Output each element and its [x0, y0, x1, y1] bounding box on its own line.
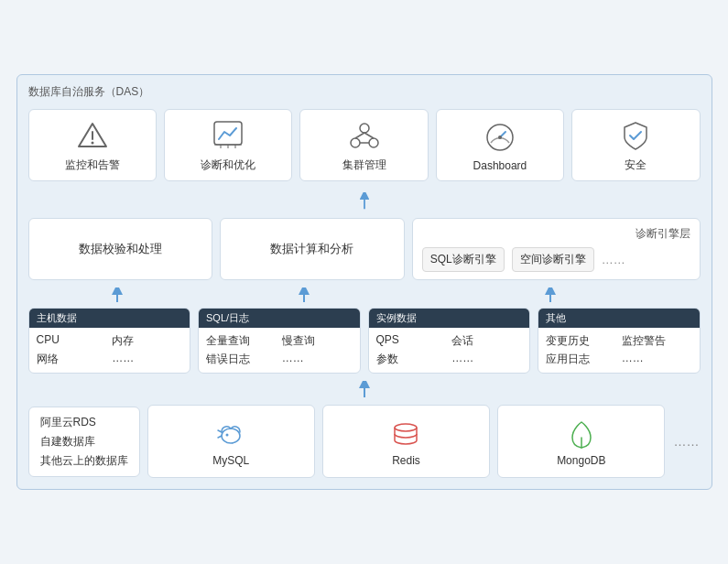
- cluster-label: 集群管理: [342, 157, 386, 173]
- svg-point-29: [395, 424, 417, 431]
- security-label: 安全: [625, 157, 647, 173]
- sql-log-card: SQL/日志 全量查询 慢查询 错误日志 ……: [198, 308, 361, 374]
- arrow-middle-to-top: [28, 192, 701, 211]
- dolphin-icon: [214, 418, 247, 450]
- arrow-col-3: [401, 287, 700, 304]
- diag-layer-box: 诊断引擎层 SQL诊断引擎 空间诊断引擎 ……: [412, 218, 701, 280]
- data-compute-box: 数据计算和分析: [220, 218, 405, 280]
- mongodb-label: MongoDB: [557, 454, 605, 467]
- data-validate-box: 数据校验和处理: [28, 218, 213, 280]
- instance-data-header: 实例数据: [369, 309, 530, 328]
- other-monitor-alert: 监控警告: [622, 333, 692, 349]
- instance-data-card: 实例数据 QPS 会话 参数 ……: [368, 308, 531, 374]
- diag-layer-title: 诊断引擎层: [422, 226, 690, 242]
- db-list-item-3: 其他云上的数据库: [40, 453, 128, 469]
- diagnose-label: 诊断和优化: [201, 157, 255, 173]
- main-container: 数据库自治服务（DAS） 监控和告警: [16, 74, 712, 490]
- data-compute-label: 数据计算和分析: [270, 241, 353, 257]
- db-mongodb-box[interactable]: MongoDB: [497, 405, 665, 478]
- svg-point-8: [360, 124, 369, 133]
- instance-session: 会话: [451, 333, 522, 349]
- diag-more-dots: ……: [602, 253, 625, 266]
- shield-icon: [619, 119, 652, 152]
- sql-error-log: 错误日志: [206, 352, 277, 367]
- service-box-security[interactable]: 安全: [571, 109, 700, 181]
- bottom-section: 阿里云RDS 自建数据库 其他云上的数据库 MySQL: [28, 405, 701, 478]
- service-box-dashboard[interactable]: Dashboard: [436, 109, 564, 181]
- data-cards-section: 主机数据 CPU 内存 网络 …… SQL/日志 全量查询 慢查询 错误日志 ……: [28, 308, 701, 374]
- spatial-engine-tag: 空间诊断引擎: [512, 247, 594, 272]
- svg-point-2: [91, 142, 93, 145]
- instance-data-body: QPS 会话 参数 ……: [369, 328, 530, 373]
- gauge-icon: [484, 121, 516, 154]
- top-services-row: 监控和告警 诊断和优化: [28, 109, 701, 181]
- db-mysql-box[interactable]: MySQL: [147, 405, 315, 478]
- svg-point-10: [369, 138, 378, 147]
- nodes-icon: [348, 119, 381, 152]
- other-more: ……: [622, 352, 692, 367]
- arrows-row: [28, 287, 701, 304]
- host-more: ……: [112, 352, 182, 367]
- diag-engines: SQL诊断引擎 空间诊断引擎 ……: [422, 247, 690, 272]
- svg-point-16: [498, 136, 502, 139]
- sql-slow-query: 慢查询: [282, 333, 353, 349]
- redis-label: Redis: [392, 454, 420, 467]
- db-list-item-2: 自建数据库: [40, 434, 128, 450]
- svg-line-11: [355, 133, 364, 138]
- other-app-log: 应用日志: [546, 352, 616, 367]
- sql-log-body: 全量查询 慢查询 错误日志 ……: [199, 328, 360, 373]
- instance-more: ……: [451, 352, 522, 367]
- db-list-box: 阿里云RDS 自建数据库 其他云上的数据库: [28, 407, 140, 477]
- svg-point-28: [226, 434, 229, 437]
- svg-point-27: [222, 428, 240, 443]
- svg-point-9: [351, 138, 360, 147]
- sql-log-header: SQL/日志: [199, 309, 360, 328]
- service-box-cluster[interactable]: 集群管理: [299, 109, 428, 181]
- monitor-label: 监控和告警: [65, 157, 120, 173]
- instance-qps: QPS: [376, 333, 447, 349]
- main-title: 数据库自治服务（DAS）: [28, 84, 701, 100]
- more-dots: ……: [672, 434, 700, 449]
- data-validate-label: 数据校验和处理: [79, 241, 162, 257]
- other-change-history: 变更历史: [546, 333, 616, 349]
- layers-icon: [389, 418, 422, 450]
- middle-section: 数据校验和处理 数据计算和分析 诊断引擎层 SQL诊断引擎 空间诊断引擎 ……: [28, 218, 701, 280]
- other-data-card: 其他 变更历史 监控警告 应用日志 ……: [538, 308, 701, 374]
- host-cpu: CPU: [37, 333, 107, 349]
- arrow-col-1: [28, 287, 208, 304]
- sql-more: ……: [282, 352, 353, 367]
- host-data-header: 主机数据: [29, 309, 190, 328]
- host-data-card: 主机数据 CPU 内存 网络 ……: [28, 308, 191, 374]
- bottom-arrow: [28, 381, 701, 399]
- dashboard-label: Dashboard: [473, 159, 527, 172]
- db-redis-box[interactable]: Redis: [322, 405, 490, 478]
- svg-line-12: [364, 133, 374, 138]
- sql-full-query: 全量查询: [206, 333, 277, 349]
- leaf-icon: [565, 418, 598, 450]
- instance-params: 参数: [376, 352, 447, 367]
- other-data-body: 变更历史 监控警告 应用日志 ……: [538, 328, 700, 373]
- host-memory: 内存: [112, 333, 182, 349]
- arrow-col-2: [214, 287, 394, 304]
- chart-icon: [212, 119, 244, 152]
- service-box-monitor[interactable]: 监控和告警: [28, 109, 157, 181]
- warning-icon: [76, 119, 109, 152]
- host-data-body: CPU 内存 网络 ……: [29, 328, 190, 373]
- mysql-label: MySQL: [212, 454, 249, 467]
- sql-engine-tag: SQL诊断引擎: [422, 247, 505, 272]
- service-box-diagnose[interactable]: 诊断和优化: [164, 109, 292, 181]
- db-list-item-1: 阿里云RDS: [40, 415, 128, 430]
- other-data-header: 其他: [538, 309, 700, 328]
- host-network: 网络: [37, 352, 107, 367]
